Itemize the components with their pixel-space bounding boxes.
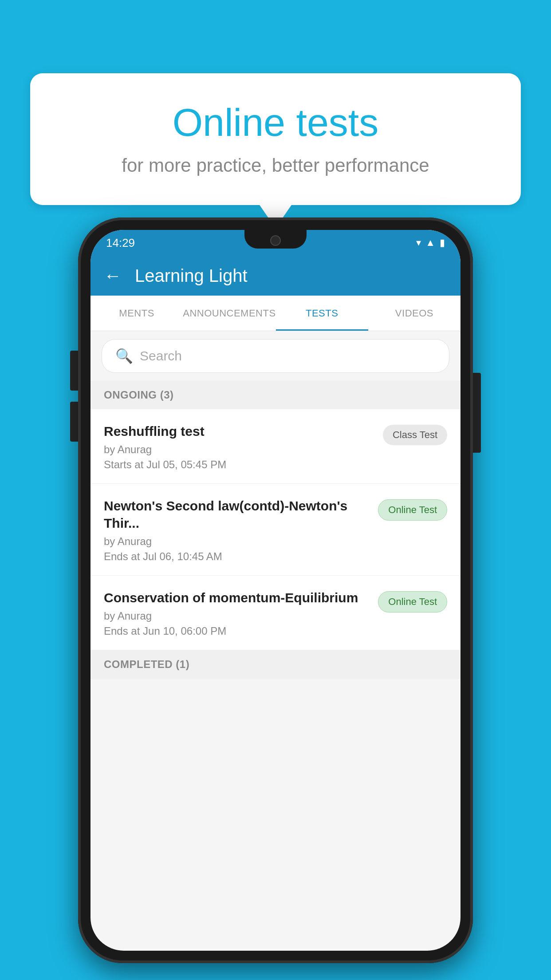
speech-bubble: Online tests for more practice, better p… [30, 73, 521, 205]
app-header: ← Learning Light [91, 256, 460, 296]
status-icons: ▾ ▲ ▮ [416, 237, 445, 249]
signal-icon: ▲ [425, 237, 435, 249]
test-name: Newton's Second law(contd)-Newton's Thir… [104, 497, 369, 532]
notch [244, 230, 307, 249]
volume-buttons [70, 351, 78, 442]
test-item[interactable]: Newton's Second law(contd)-Newton's Thir… [91, 484, 460, 576]
tab-videos[interactable]: VIDEOS [368, 296, 460, 331]
tab-announcements[interactable]: ANNOUNCEMENTS [183, 296, 276, 331]
phone-mockup: 14:29 ▾ ▲ ▮ ← Learning Light MENTS ANNOU… [78, 217, 473, 963]
power-button [473, 373, 481, 453]
wifi-icon: ▾ [416, 237, 421, 249]
test-item[interactable]: Reshuffling test by Anurag Starts at Jul… [91, 409, 460, 484]
test-author: by Anurag [104, 443, 374, 456]
test-name: Reshuffling test [104, 423, 374, 440]
test-badge-online: Online Test [378, 499, 447, 521]
volume-up-button [70, 351, 78, 391]
search-container: 🔍 Search [91, 331, 460, 381]
app-title: Learning Light [135, 266, 248, 286]
front-camera [270, 235, 281, 246]
battery-icon: ▮ [440, 237, 445, 249]
search-bar[interactable]: 🔍 Search [102, 339, 449, 373]
tab-tests[interactable]: TESTS [276, 296, 368, 331]
completed-section-header: COMPLETED (1) [91, 650, 460, 679]
test-info: Newton's Second law(contd)-Newton's Thir… [104, 497, 378, 563]
status-time: 14:29 [106, 236, 135, 250]
tabs-bar: MENTS ANNOUNCEMENTS TESTS VIDEOS [91, 296, 460, 331]
test-name: Conservation of momentum-Equilibrium [104, 589, 369, 606]
test-time: Ends at Jun 10, 06:00 PM [104, 625, 369, 637]
volume-down-button [70, 402, 78, 442]
test-badge-online-2: Online Test [378, 591, 447, 612]
test-time: Ends at Jul 06, 10:45 AM [104, 550, 369, 563]
test-badge-class: Class Test [383, 425, 447, 445]
ongoing-section-header: ONGOING (3) [91, 381, 460, 409]
test-item[interactable]: Conservation of momentum-Equilibrium by … [91, 576, 460, 650]
test-author: by Anurag [104, 535, 369, 548]
power-button-shape [473, 373, 481, 453]
test-info: Reshuffling test by Anurag Starts at Jul… [104, 423, 383, 471]
phone-screen: 14:29 ▾ ▲ ▮ ← Learning Light MENTS ANNOU… [91, 230, 460, 951]
back-button[interactable]: ← [104, 266, 122, 286]
search-placeholder: Search [140, 348, 182, 364]
tab-ments[interactable]: MENTS [91, 296, 183, 331]
bubble-title: Online tests [52, 100, 499, 145]
search-icon: 🔍 [115, 348, 133, 364]
test-time: Starts at Jul 05, 05:45 PM [104, 458, 374, 471]
test-info: Conservation of momentum-Equilibrium by … [104, 589, 378, 637]
bubble-subtitle: for more practice, better performance [52, 155, 499, 176]
test-author: by Anurag [104, 610, 369, 622]
